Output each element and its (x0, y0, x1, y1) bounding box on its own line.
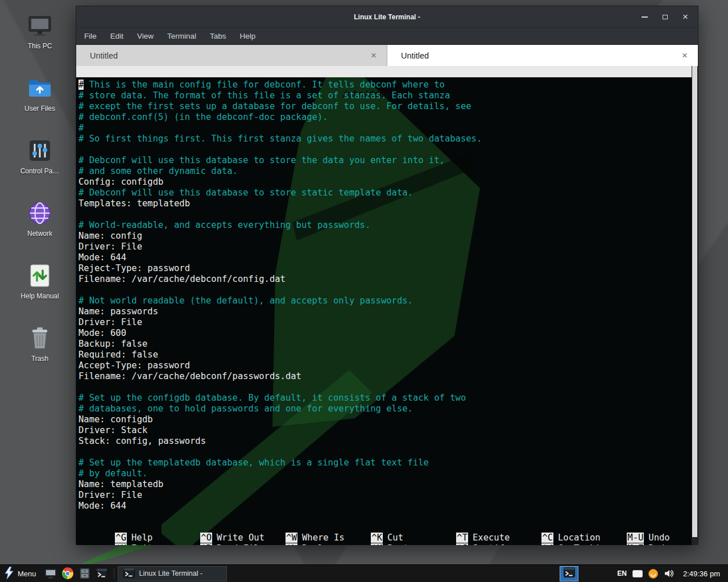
shortcut-label: Exit (131, 543, 152, 545)
launcher-group (42, 565, 110, 582)
menu-terminal[interactable]: Terminal (167, 32, 196, 40)
terminal-line: # databases, one to hold passwords and o… (78, 404, 698, 414)
control-panel-icon (27, 138, 53, 164)
terminal-line: # Debconf will use this database to stor… (78, 155, 698, 166)
desktop-icon-label: Help Manual (20, 292, 59, 300)
menu-edit[interactable]: Edit (110, 32, 123, 40)
terminal-line: Mode: 644 (78, 501, 698, 512)
launcher-terminal-icon[interactable] (93, 565, 110, 582)
terminal-viewport[interactable]: GNU nano 7.2 /etc/debconf.conf # This is… (76, 66, 698, 545)
terminal-line: # by default. (78, 468, 698, 479)
close-icon: × (682, 12, 688, 22)
tab-bar: Untitled × Untitled × (76, 45, 698, 66)
terminal-line: Mode: 600 (78, 328, 698, 339)
tray-keyboard-layout-icon[interactable] (632, 570, 643, 577)
tab-label: Untitled (84, 51, 369, 60)
tab-close-icon[interactable]: × (369, 50, 379, 61)
terminal-line: # except the first sets up a database fo… (78, 101, 698, 112)
terminal-window: Linux Lite Terminal - × FileEditViewTerm… (76, 6, 698, 544)
desktop-icon-network[interactable]: Network (11, 197, 68, 259)
shortcut-key: ^\ (286, 543, 297, 545)
window-titlebar[interactable]: Linux Lite Terminal - × (76, 6, 698, 28)
terminal-line: Filename: /var/cache/debconf/passwords.d… (78, 371, 698, 382)
launcher-chrome-icon[interactable] (59, 565, 76, 582)
terminal-icon (123, 567, 135, 581)
shortcut-label: Redo (648, 543, 669, 545)
trash-icon (27, 325, 53, 351)
menu-view[interactable]: View (137, 32, 154, 40)
launcher-screen-icon[interactable] (42, 565, 59, 582)
desktop-icon-help-manual[interactable]: Help Manual (11, 259, 68, 322)
terminal-line: Filename: /var/cache/debconf/config.dat (78, 274, 698, 285)
window-controls: × (640, 6, 690, 27)
tray-volume-icon[interactable] (664, 569, 674, 578)
shortcut-key: M-E (627, 543, 644, 545)
nano-shortcut-row: ^GHelp ^OWrite Out ^WWhere Is ^KCut ^TEx… (76, 522, 690, 533)
menu-button[interactable]: Menu (0, 565, 42, 582)
menu-file[interactable]: File (84, 32, 97, 40)
desktop-icon-label: This PC (28, 42, 52, 50)
terminal-line: Backup: false (78, 339, 698, 350)
terminal-line: Driver: File (78, 242, 698, 252)
minimize-button[interactable] (640, 13, 649, 22)
desktop-icon-control-panel[interactable]: Control Pa… (11, 134, 68, 197)
network-icon (27, 200, 53, 226)
nano-shortcut: M-ERedo (590, 533, 675, 545)
nano-shortcut-row: ^XExit ^RRead File ^\Replace ^UPaste ^JJ… (76, 533, 690, 543)
shortcut-key: ^R (200, 543, 212, 545)
desktop-icon-computer[interactable]: This PC (11, 9, 68, 72)
nano-shortcut: ^\Replace (249, 533, 334, 545)
terminal-line: # Debconf will use this database to stor… (78, 188, 698, 198)
maximize-button[interactable] (660, 13, 669, 22)
terminal-line: Accept-Type: password (78, 360, 698, 371)
terminal-line: # Set up the configdb database. By defau… (78, 393, 698, 404)
nano-shortcut: ^XExit (78, 533, 163, 545)
nano-shortcut-bar: ^GHelp ^OWrite Out ^WWhere Is ^KCut ^TEx… (76, 522, 690, 543)
taskbar-separator (114, 568, 114, 579)
terminal-line: # and some other dynamic data. (78, 166, 698, 177)
computer-icon (27, 13, 53, 39)
terminal-line: # World-readable, and accepts everything… (78, 220, 698, 231)
clock[interactable]: 2:49:36 pm (680, 569, 723, 578)
scrollbar-thumb[interactable] (692, 66, 697, 537)
taskbar-window-label: Linux Lite Terminal - (139, 569, 203, 577)
terminal-line (78, 447, 698, 458)
tab-2[interactable]: Untitled × (387, 45, 698, 66)
close-button[interactable]: × (681, 13, 690, 22)
terminal-line (78, 209, 698, 220)
terminal-line: Driver: File (78, 317, 698, 328)
text-cursor: # (78, 80, 84, 90)
language-indicator[interactable]: EN (617, 569, 627, 577)
folder-icon (27, 75, 53, 101)
launcher-file-manager-icon[interactable] (76, 565, 93, 582)
terminal-line: Mode: 644 (78, 252, 698, 263)
terminal-line: # Set up the templatedb database, which … (78, 458, 698, 468)
help-manual-icon (27, 263, 53, 289)
nano-titlebar: GNU nano 7.2 /etc/debconf.conf (76, 66, 698, 77)
desktop-icon-folder[interactable]: User Files (11, 72, 68, 134)
tray-icon-group (632, 569, 674, 579)
menu-tabs[interactable]: Tabs (210, 32, 226, 40)
scrollbar[interactable] (692, 66, 698, 545)
window-menubar: FileEditViewTerminalTabsHelp (76, 28, 698, 45)
terminal-line: Name: config (78, 231, 698, 242)
shortcut-key: ^/ (541, 543, 553, 545)
terminal-line: Reject-Type: password (78, 263, 698, 274)
terminal-line: Driver: Stack (78, 425, 698, 436)
tab-1[interactable]: Untitled × (76, 45, 387, 66)
menu-help[interactable]: Help (240, 32, 256, 40)
shortcut-key: ^J (456, 543, 468, 545)
nano-shortcut: ^/Go To Line (504, 533, 590, 545)
shortcut-key: ^X (115, 543, 127, 545)
terminal-line: # This is the main config file for debco… (78, 80, 698, 90)
window-title: Linux Lite Terminal - (76, 13, 698, 21)
shortcut-key: ^U (371, 543, 383, 545)
desktop-icon-trash[interactable]: Trash (11, 322, 68, 384)
tab-close-icon[interactable]: × (680, 50, 690, 61)
terminal-line: Driver: File (78, 490, 698, 501)
tray-notifier-icon[interactable] (648, 569, 658, 579)
taskbar-window-button[interactable]: Linux Lite Terminal - (118, 566, 227, 581)
tray-terminal-button[interactable] (560, 566, 578, 581)
terminal-line: Required: false (78, 350, 698, 360)
system-tray: EN 2:49:36 pm (560, 565, 728, 582)
